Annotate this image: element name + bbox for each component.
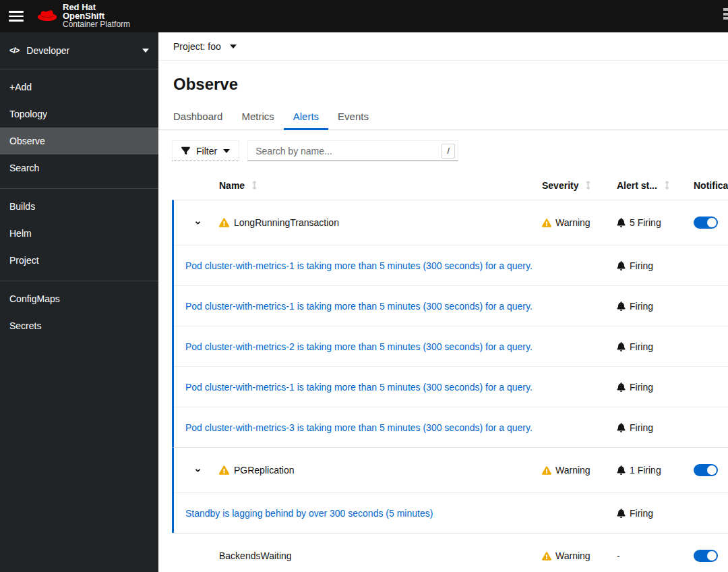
alert-message-link[interactable]: Pod cluster-with-metrics-1 is taking mor… xyxy=(185,301,533,312)
search-input[interactable] xyxy=(247,140,458,161)
alert-state-label: - xyxy=(617,550,620,561)
alert-group-pgreplication: PGReplication Warning 1 Firing xyxy=(172,447,728,533)
alert-message-link[interactable]: Pod cluster-with-metrics-1 is taking mor… xyxy=(185,382,533,393)
warning-icon xyxy=(542,466,551,475)
alert-message-link[interactable]: Standby is lagging behind by over 300 se… xyxy=(185,508,433,519)
alert-row: Pod cluster-with-metrics-1 is taking mor… xyxy=(174,366,728,407)
severity-label: Warning xyxy=(555,465,590,476)
alert-message-link[interactable]: Pod cluster-with-metrics-2 is taking mor… xyxy=(185,341,533,352)
bell-icon xyxy=(617,382,626,392)
chevron-down-icon xyxy=(230,45,237,49)
column-header-alert-state[interactable]: Alert st... xyxy=(617,180,694,191)
severity-label: Warning xyxy=(555,550,590,561)
alert-state-label: Firing xyxy=(630,341,653,352)
alert-state-label: Firing xyxy=(630,301,653,312)
bell-icon xyxy=(617,342,626,351)
warning-icon xyxy=(219,218,229,227)
bell-icon xyxy=(617,465,626,475)
perspective-label: Developer xyxy=(26,45,69,56)
sidebar: </> Developer +Add Topology Observe Sear… xyxy=(0,32,158,572)
table-row: BackendsWaiting Warning - xyxy=(174,534,728,572)
perspective-switcher[interactable]: </> Developer xyxy=(0,32,158,69)
alert-row: Pod cluster-with-metrics-3 is taking mor… xyxy=(174,407,728,447)
filter-icon xyxy=(181,146,190,155)
warning-icon xyxy=(542,552,551,561)
sidebar-group-2: Builds Helm Project xyxy=(0,188,158,281)
tab-alerts[interactable]: Alerts xyxy=(284,105,328,130)
masthead-utility-icon[interactable] xyxy=(723,8,728,20)
table-row: PGReplication Warning 1 Firing xyxy=(174,448,728,492)
alert-row: Standby is lagging behind by over 300 se… xyxy=(174,492,728,533)
notifications-toggle[interactable] xyxy=(694,464,718,476)
alert-state-label: Firing xyxy=(630,508,653,519)
alert-state-label: Firing xyxy=(630,260,653,271)
table-header-row: Name Severity Alert st... Notifications xyxy=(172,171,728,200)
sidebar-item-add[interactable]: +Add xyxy=(0,74,158,101)
masthead: Red Hat OpenShift Container Platform xyxy=(0,0,728,32)
expand-toggle[interactable] xyxy=(194,467,202,474)
notifications-toggle[interactable] xyxy=(694,217,718,229)
alert-rule-name[interactable]: LongRunningTransaction xyxy=(234,217,339,228)
column-header-notifications[interactable]: Notifications xyxy=(694,180,728,191)
brand-line-3: Container Platform xyxy=(63,20,130,29)
sort-icon[interactable] xyxy=(585,181,591,190)
sidebar-group-3: ConfigMaps Secrets xyxy=(0,281,158,346)
bell-icon xyxy=(617,302,626,311)
project-selector-label: Project: foo xyxy=(173,41,221,52)
project-selector[interactable]: Project: foo xyxy=(158,32,728,61)
alert-rule-name[interactable]: PGReplication xyxy=(234,465,295,476)
sidebar-item-topology[interactable]: Topology xyxy=(0,101,158,127)
nav-menu-icon[interactable] xyxy=(9,11,24,22)
alert-state-label: Firing xyxy=(630,422,653,433)
chevron-down-icon xyxy=(142,49,149,53)
sidebar-group-1: +Add Topology Observe Search xyxy=(0,69,158,188)
column-header-name[interactable]: Name xyxy=(219,180,542,191)
table-row: LongRunningTransaction Warning 5 Firing xyxy=(174,200,728,245)
filter-dropdown[interactable]: Filter xyxy=(172,140,239,161)
alert-row: Pod cluster-with-metrics-2 is taking mor… xyxy=(174,326,728,366)
sort-icon[interactable] xyxy=(664,181,670,190)
notifications-toggle[interactable] xyxy=(694,550,718,562)
filter-label: Filter xyxy=(196,146,217,156)
bell-icon xyxy=(617,423,626,432)
column-header-severity[interactable]: Severity xyxy=(542,180,617,191)
alert-group-backendswaiting: BackendsWaiting Warning - xyxy=(172,533,728,572)
alert-state-label: 5 Firing xyxy=(630,217,661,228)
warning-icon xyxy=(219,465,229,475)
search-shortcut-badge: / xyxy=(442,144,455,159)
warning-icon xyxy=(542,219,551,227)
redhat-fedora-icon xyxy=(37,9,57,23)
bell-icon xyxy=(617,261,626,270)
tab-dashboard[interactable]: Dashboard xyxy=(173,105,232,130)
tab-events[interactable]: Events xyxy=(328,105,378,130)
alert-state-label: 1 Firing xyxy=(630,465,661,476)
alert-message-link[interactable]: Pod cluster-with-metrics-3 is taking mor… xyxy=(185,422,533,433)
chevron-down-icon xyxy=(223,149,230,153)
alert-message-link[interactable]: Pod cluster-with-metrics-1 is taking mor… xyxy=(185,260,533,271)
code-icon: </> xyxy=(9,46,19,55)
alert-group-longrunningtransaction: LongRunningTransaction Warning 5 Firing xyxy=(172,200,728,447)
alert-rule-name[interactable]: BackendsWaiting xyxy=(219,550,292,561)
alert-row: Pod cluster-with-metrics-1 is taking mor… xyxy=(174,285,728,326)
toolbar: Filter / xyxy=(158,130,728,161)
alert-state-label: Firing xyxy=(630,382,653,393)
tab-metrics[interactable]: Metrics xyxy=(232,105,283,130)
tab-bar: Dashboard Metrics Alerts Events xyxy=(158,105,728,130)
sidebar-item-helm[interactable]: Helm xyxy=(0,220,158,247)
severity-label: Warning xyxy=(555,217,590,228)
brand: Red Hat OpenShift Container Platform xyxy=(37,3,130,29)
search-box: / xyxy=(247,140,458,161)
sidebar-item-search[interactable]: Search xyxy=(0,154,158,181)
sidebar-item-secrets[interactable]: Secrets xyxy=(0,312,158,339)
page-title: Observe xyxy=(173,75,728,94)
alert-row: Pod cluster-with-metrics-1 is taking mor… xyxy=(174,245,728,285)
expand-toggle[interactable] xyxy=(194,219,202,227)
bell-icon xyxy=(617,218,626,227)
sidebar-item-builds[interactable]: Builds xyxy=(0,193,158,220)
sidebar-item-configmaps[interactable]: ConfigMaps xyxy=(0,285,158,312)
sort-icon[interactable] xyxy=(251,181,257,190)
sidebar-item-observe[interactable]: Observe xyxy=(0,127,158,154)
alerts-table: Name Severity Alert st... Notifications xyxy=(172,171,728,572)
sidebar-item-project[interactable]: Project xyxy=(0,247,158,274)
main-content: Project: foo Observe Dashboard Metrics A… xyxy=(158,32,728,572)
